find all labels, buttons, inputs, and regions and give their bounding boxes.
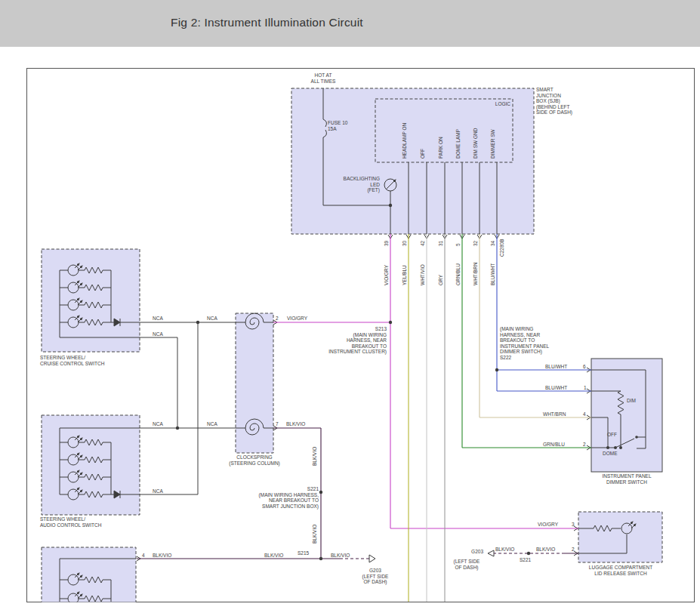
wire-label-blk-vio-vert-2: BLK/VIO bbox=[312, 525, 318, 544]
ground-g203-right-loc: (LEFT SIDE OF DASH) bbox=[446, 559, 488, 570]
blk-vio-label-b: BLK/VIO bbox=[264, 553, 283, 559]
bottom-left-switch-box bbox=[42, 547, 136, 611]
sjb-name-label: SMART JUNCTION BOX (SJB) (BEHIND LEFT SI… bbox=[536, 87, 572, 116]
sjb-pin-30: 30 bbox=[402, 241, 408, 246]
dimmer-dome-label: DOME bbox=[603, 451, 618, 457]
sjb-pin-39: 39 bbox=[384, 241, 390, 246]
dimmer-pin-6: 6 bbox=[583, 364, 586, 370]
luggage-wire-blk-vio-b: BLK/VIO bbox=[536, 547, 555, 553]
sjb-box bbox=[291, 88, 534, 234]
splice-s215-label: S215 bbox=[298, 550, 309, 556]
dimmer-dim-label: DIM bbox=[627, 398, 636, 404]
blk-vio-label-c: BLK/VIO bbox=[331, 553, 350, 559]
wire-label-yel-blu: YEL/BLU bbox=[402, 265, 408, 285]
sjb-pin-32: 32 bbox=[473, 241, 479, 246]
luggage-switch-box bbox=[578, 512, 662, 562]
dimmer-pin-2: 2 bbox=[583, 442, 586, 448]
fuse-label: FUSE 10 15A bbox=[328, 120, 347, 131]
ground-g203-right-name: G203 bbox=[452, 549, 483, 555]
cruise-switch-label: STEERING WHEEL/ CRUISE CONTROL SWITCH bbox=[40, 355, 104, 366]
sjb-pin-5: 5 bbox=[455, 243, 461, 246]
logic-fn-dim-sw-gnd: DIM SW GND bbox=[473, 128, 479, 159]
hot-at-all-times-label: HOT AT ALL TIMES bbox=[302, 72, 344, 84]
wire-label-blu-wht: BLU/WHT bbox=[490, 263, 496, 285]
logic-fn-dome-lamp: DOME LAMP bbox=[455, 129, 461, 159]
dimmer-wire-blu-wht-1: BLU/WHT bbox=[545, 364, 567, 370]
logic-fn-dimmer-sw: DIMMER SW bbox=[490, 129, 496, 159]
clockspring-pin-7: 7 bbox=[276, 421, 279, 427]
wire-label-wht-brn: WHT/BRN bbox=[473, 263, 479, 285]
bottom-left-pin-4: 4 bbox=[142, 553, 145, 559]
dimmer-pin-4: 4 bbox=[583, 411, 586, 417]
dimmer-off-label: OFF bbox=[607, 432, 617, 438]
sjb-pin-34: 34 bbox=[490, 241, 496, 246]
nca-label-6: NCA bbox=[153, 488, 163, 494]
nca-label-5: NCA bbox=[207, 421, 217, 427]
dimmer-pin-1: 1 bbox=[584, 385, 587, 391]
luggage-wire-vio-gry: VIO/GRY bbox=[538, 522, 558, 528]
nca-label-1: NCA bbox=[153, 316, 163, 322]
splice-s222-note: (MAIN WIRING HARNESS, NEAR BREAKOUT TO I… bbox=[500, 326, 549, 361]
wiring-diagram-page: { "title": "Fig 2: Instrument Illuminati… bbox=[0, 0, 700, 616]
nca-label-3: NCA bbox=[153, 331, 163, 337]
clockspring-box bbox=[236, 313, 273, 453]
ground-g203-center-label: G203 (LEFT SIDE OF DASH) bbox=[353, 568, 397, 585]
splice-s221-label: S221 bbox=[520, 557, 531, 563]
clockspring-label: CLOCKSPRING (STEERING COLUMN) bbox=[221, 454, 288, 466]
wire-label-blk-vio-vert-1: BLK/VIO bbox=[312, 447, 318, 466]
sjb-connector-label: C2280B bbox=[499, 239, 505, 257]
audio-switch-box bbox=[42, 415, 140, 515]
logic-fn-park-on: PARK ON bbox=[438, 137, 444, 159]
wire-label-grn-blu: GRN/BLU bbox=[455, 263, 461, 285]
logic-fn-off: OFF bbox=[420, 149, 426, 159]
dimmer-wire-blu-wht-2: BLU/WHT bbox=[545, 385, 567, 391]
wire-label-gry: GRY bbox=[438, 275, 444, 285]
wire-label-vio-gry: VIO/GRY bbox=[384, 265, 390, 285]
nca-label-4: NCA bbox=[153, 421, 163, 427]
clockspring-wire-blk-vio: BLK/VIO bbox=[286, 421, 305, 427]
luggage-pin-2: 2 bbox=[572, 547, 575, 553]
clockspring-wire-vio-gry: VIO/GRY bbox=[287, 316, 307, 322]
logic-fn-headlamp-on: HEADLAMP ON bbox=[402, 123, 408, 159]
dimmer-wire-grn-blu: GRN/BLU bbox=[543, 442, 565, 448]
audio-switch-label: STEERING WHEEL/ AUDIO CONTROL SWITCH bbox=[40, 516, 101, 528]
dimmer-switch-label: INSTRUMENT PANEL DIMMER SWITCH bbox=[587, 473, 666, 485]
luggage-switch-label: LUGGAGE COMPARTMENT LID RELEASE SWITCH bbox=[575, 565, 666, 576]
luggage-wire-blk-vio-a: BLK/VIO bbox=[495, 547, 514, 553]
sjb-pin-31: 31 bbox=[438, 241, 444, 246]
nca-label-2: NCA bbox=[207, 316, 217, 322]
splice-s213-note: S213 (MAIN WIRING HARNESS, NEAR BREAKOUT… bbox=[323, 326, 387, 355]
logic-label: LOGIC bbox=[483, 101, 510, 107]
circuit-diagram-canvas bbox=[0, 0, 700, 616]
dimmer-wire-wht-brn: WHT/BRN bbox=[543, 411, 566, 417]
clockspring-pin-2: 2 bbox=[276, 316, 279, 322]
splice-s221-note: S221 (MAIN WIRING HARNESS, NEAR BREAKOUT… bbox=[248, 486, 319, 509]
sjb-pin-42: 42 bbox=[420, 241, 426, 246]
cruise-switch-box bbox=[42, 249, 140, 352]
blk-vio-label-a: BLK/VIO bbox=[153, 553, 171, 559]
luggage-pin-3: 3 bbox=[572, 522, 575, 528]
backlighting-led-label: BACKLIGHTING LED (FET) bbox=[317, 176, 380, 193]
wire-label-wht-vio: WHT/VIO bbox=[420, 264, 426, 285]
